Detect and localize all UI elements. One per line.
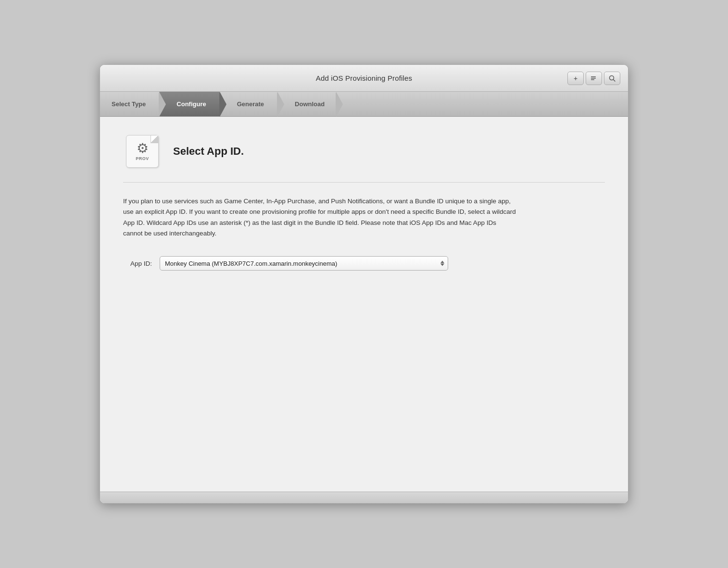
step-select-type[interactable]: Select Type <box>100 92 159 116</box>
prov-file-icon: ⚙ PROV <box>123 132 162 171</box>
svg-rect-0 <box>591 76 596 77</box>
main-window: Add iOS Provisioning Profiles + Select T… <box>100 64 628 504</box>
app-id-select[interactable]: Monkey Cinema (MYBJ8XP7C7.com.xamarin.mo… <box>160 256 448 271</box>
gear-icon: ⚙ <box>137 142 149 155</box>
step-configure[interactable]: Configure <box>159 92 219 116</box>
add-button[interactable]: + <box>567 72 584 85</box>
svg-rect-1 <box>591 78 596 79</box>
svg-line-4 <box>614 79 615 81</box>
edit-icon <box>590 75 597 81</box>
title-bar: Add iOS Provisioning Profiles + <box>100 65 628 92</box>
app-id-row: App ID: Monkey Cinema (MYBJ8XP7C7.com.xa… <box>123 256 605 271</box>
app-id-label: App ID: <box>123 260 152 267</box>
toolbar-actions: + <box>567 72 620 85</box>
bottom-bar <box>100 492 628 503</box>
window-title: Add iOS Provisioning Profiles <box>316 74 412 82</box>
content-header: ⚙ PROV Select App ID. <box>123 132 605 183</box>
icon-corner <box>151 136 158 143</box>
app-id-select-wrapper: Monkey Cinema (MYBJ8XP7C7.com.xamarin.mo… <box>160 256 448 271</box>
description-text: If you plan to use services such as Game… <box>123 196 517 239</box>
search-icon <box>609 75 615 82</box>
edit-button[interactable] <box>586 72 602 85</box>
svg-rect-2 <box>591 79 594 80</box>
content-area: ⚙ PROV Select App ID. If you plan to use… <box>100 117 628 492</box>
step-download[interactable]: Download <box>277 92 336 116</box>
section-title: Select App ID. <box>173 145 244 158</box>
steps-bar: Select Type Configure Generate Download <box>100 92 628 117</box>
step-generate[interactable]: Generate <box>220 92 277 116</box>
search-button[interactable] <box>604 72 620 85</box>
prov-file-label: PROV <box>136 156 149 161</box>
